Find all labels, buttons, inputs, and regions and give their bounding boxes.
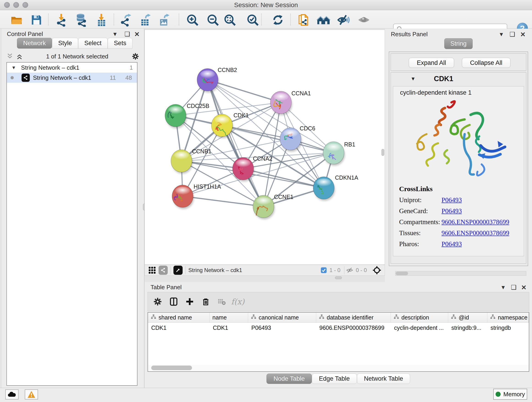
clone-network-button[interactable]: [297, 13, 311, 27]
string-view-icon[interactable]: [158, 266, 168, 275]
node-label-CDKN1A: CDKN1A: [335, 174, 358, 181]
entry-header-cdk1[interactable]: ▼ CDK1: [391, 72, 526, 85]
results-panel-collapse-handle[interactable]: [381, 149, 384, 156]
expand-all-icon[interactable]: [16, 53, 23, 60]
table-panel-splitter-handle[interactable]: [335, 276, 342, 279]
column-header-description[interactable]: description: [391, 313, 448, 322]
table-panel: Table Panel ▼ ❑ ✕: [145, 282, 532, 388]
panel-menu-icon[interactable]: ▼: [500, 284, 506, 291]
selected-checkbox-icon[interactable]: [320, 267, 327, 274]
function-builder-button[interactable]: f(x): [230, 297, 246, 306]
gear-icon[interactable]: [132, 52, 139, 60]
close-panel-icon[interactable]: ✕: [521, 284, 527, 291]
network-node-CDK1[interactable]: [211, 114, 233, 138]
float-panel-icon[interactable]: ❑: [124, 31, 130, 38]
table-row[interactable]: CDK1CDK1P064939606.ENSP00000378699cyclin…: [148, 323, 529, 333]
column-label: shared name: [158, 314, 192, 321]
open-session-button[interactable]: [9, 13, 24, 27]
zoom-out-button[interactable]: [206, 13, 220, 27]
export-image-button[interactable]: [157, 13, 172, 27]
network-node-CCNB2[interactable]: [197, 69, 219, 93]
column-header-shared-name[interactable]: shared name: [148, 313, 210, 322]
zoom-fit-button[interactable]: [222, 13, 237, 27]
export-table-icon: [139, 13, 152, 27]
network-node-CDKN1A[interactable]: [313, 177, 335, 201]
column-header-canonical-name[interactable]: canonical name: [248, 313, 316, 322]
tab-node-table[interactable]: Node Table: [266, 374, 312, 384]
crosslink-link[interactable]: P06493: [442, 207, 462, 215]
crosslinks-section: CrossLinks Uniprot:P06493GeneCard:P06493…: [399, 185, 509, 248]
grid-view-icon[interactable]: [148, 266, 156, 274]
hide-selected-button[interactable]: [336, 13, 351, 27]
memory-button[interactable]: Memory: [493, 389, 527, 400]
expand-all-button[interactable]: Expand All: [409, 58, 454, 68]
collapse-all-button[interactable]: Collapse All: [462, 58, 510, 68]
network-node-CCNA1[interactable]: [270, 91, 292, 115]
panel-menu-icon[interactable]: ▼: [112, 31, 118, 37]
crosslink-link[interactable]: 9606.ENSP00000378699: [442, 218, 509, 226]
entry-horizontal-scrollbar[interactable]: [395, 271, 526, 276]
collection-count: 1: [130, 64, 133, 71]
crosslink-link[interactable]: P06493: [442, 240, 462, 248]
entry-expander-icon[interactable]: ▼: [411, 76, 416, 82]
tab-sets[interactable]: Sets: [108, 38, 133, 49]
tree-expander-icon[interactable]: ▼: [12, 65, 16, 70]
network-edge-HIST1H1A-CCNE1[interactable]: [183, 196, 264, 206]
network-node-RB1[interactable]: [323, 142, 345, 166]
close-panel-icon[interactable]: ✕: [134, 31, 140, 38]
network-node-CDC25B[interactable]: [165, 104, 187, 128]
network-label: String Network – cdk1: [33, 74, 91, 81]
crosslink-link[interactable]: P06493: [442, 196, 462, 204]
show-all-button[interactable]: [356, 13, 371, 27]
network-row[interactable]: String Network – cdk1 11 48: [7, 73, 137, 83]
network-node-CDC6[interactable]: [280, 128, 302, 152]
collapse-all-icon[interactable]: [6, 53, 13, 60]
create-column-button[interactable]: [182, 297, 198, 306]
warnings-button[interactable]: [25, 389, 38, 400]
tab-network-table[interactable]: Network Table: [357, 374, 410, 384]
apply-layout-button[interactable]: [271, 13, 285, 27]
network-edge-CCNA2-CDKN1A[interactable]: [243, 169, 324, 188]
delete-table-button[interactable]: [214, 297, 230, 306]
close-panel-icon[interactable]: ✕: [520, 31, 526, 38]
tab-select[interactable]: Select: [78, 38, 108, 49]
float-panel-icon[interactable]: ❑: [511, 284, 517, 291]
network-node-HIST1H1A[interactable]: [172, 185, 194, 209]
float-panel-icon[interactable]: ❑: [510, 31, 515, 38]
zoom-selected-button[interactable]: [245, 13, 260, 27]
toolbar-separator: [48, 13, 49, 26]
network-node-CCNB1[interactable]: [171, 150, 193, 174]
crosshair-icon[interactable]: [372, 266, 381, 275]
zoom-in-button[interactable]: [185, 13, 200, 27]
birds-eye-view-icon[interactable]: [173, 266, 183, 275]
column-header--id[interactable]: @id: [448, 313, 487, 322]
export-image-icon: [158, 13, 171, 27]
column-label: name: [212, 314, 227, 321]
network-canvas[interactable]: CCNB2CCNA1CDC25BCDK1CDC6RB1CCNB1CCNA2CDK…: [145, 30, 385, 265]
table-settings-button[interactable]: [150, 297, 166, 306]
crosslink-label: Uniprot:: [399, 196, 442, 204]
network-collection-row[interactable]: ▼ String Network – cdk1 1: [7, 63, 137, 73]
save-session-button[interactable]: [29, 13, 44, 27]
export-network-button[interactable]: [119, 13, 133, 27]
network-node-CCNE1[interactable]: [253, 195, 275, 219]
cloud-status-button[interactable]: [5, 389, 19, 400]
crosslink-link[interactable]: 9606.ENSP00000378699: [442, 229, 509, 237]
import-table-button[interactable]: [94, 13, 109, 27]
tab-edge-table[interactable]: Edge Table: [312, 374, 357, 384]
toolbar-separator: [290, 13, 291, 26]
export-table-button[interactable]: [138, 13, 153, 27]
column-header-database-identifier[interactable]: database identifier: [316, 313, 391, 322]
column-header-name[interactable]: name: [210, 313, 248, 322]
column-header-namespace[interactable]: namespace: [487, 313, 529, 322]
tab-style[interactable]: Style: [52, 38, 78, 49]
tab-network[interactable]: Network: [17, 38, 52, 49]
delete-column-button[interactable]: [198, 297, 214, 306]
networks-home-button[interactable]: [317, 13, 331, 27]
show-columns-button[interactable]: [166, 297, 182, 306]
panel-menu-icon[interactable]: ▼: [499, 31, 505, 38]
table-horizontal-scrollbar[interactable]: [148, 365, 528, 371]
tab-string-results[interactable]: String: [444, 38, 473, 49]
import-network-database-button[interactable]: [74, 13, 89, 27]
import-network-button[interactable]: [54, 13, 69, 27]
